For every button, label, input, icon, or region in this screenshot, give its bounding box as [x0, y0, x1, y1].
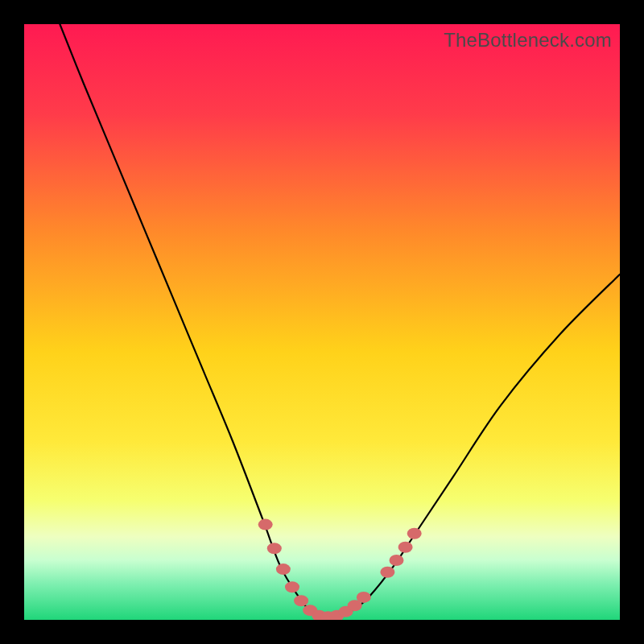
chart-frame: TheBottleneck.com: [0, 0, 644, 644]
watermark-label: TheBottleneck.com: [444, 29, 612, 52]
bead-marker: [294, 595, 308, 606]
bead-marker: [407, 528, 422, 539]
bead-marker: [390, 555, 404, 566]
bead-marker: [357, 592, 371, 603]
bead-marker: [267, 543, 282, 554]
bead-marker: [380, 567, 394, 578]
plot-area: TheBottleneck.com: [24, 24, 620, 620]
bead-marker: [398, 542, 413, 553]
bead-marker: [285, 581, 299, 592]
highlight-beads: [258, 519, 422, 620]
curve-layer: [24, 24, 620, 620]
bead-marker: [276, 564, 291, 575]
bead-marker: [258, 519, 273, 530]
bottleneck-curve: [60, 24, 620, 617]
